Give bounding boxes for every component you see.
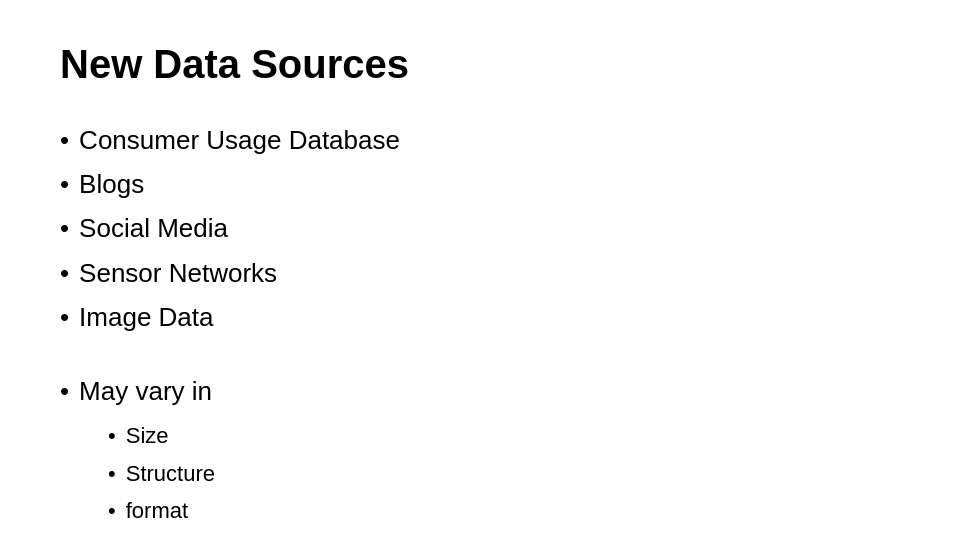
list-item-text: Social Media <box>79 206 228 250</box>
list-item: Blogs <box>60 162 900 206</box>
slide: New Data Sources Consumer Usage Database… <box>0 0 960 540</box>
may-vary-label: May vary in <box>79 369 212 413</box>
list-item-text: Blogs <box>79 162 144 206</box>
list-item: Size <box>108 417 900 454</box>
list-item-text: Image Data <box>79 295 213 339</box>
may-vary-section: May vary in Size Structure format <box>60 369 900 529</box>
list-item: Sensor Networks <box>60 251 900 295</box>
sub-item-text: Size <box>126 417 169 454</box>
list-item: Image Data <box>60 295 900 339</box>
list-item-text: Sensor Networks <box>79 251 277 295</box>
main-bullet-list: Consumer Usage Database Blogs Social Med… <box>60 118 900 339</box>
list-item: Social Media <box>60 206 900 250</box>
slide-title: New Data Sources <box>60 40 900 88</box>
sub-item-text: Structure <box>126 455 215 492</box>
list-item: format <box>108 492 900 529</box>
list-item-text: Consumer Usage Database <box>79 118 400 162</box>
list-item: Consumer Usage Database <box>60 118 900 162</box>
may-vary-item: May vary in <box>60 369 900 413</box>
sub-item-text: format <box>126 492 188 529</box>
sub-bullet-list: Size Structure format <box>108 417 900 529</box>
list-item: Structure <box>108 455 900 492</box>
